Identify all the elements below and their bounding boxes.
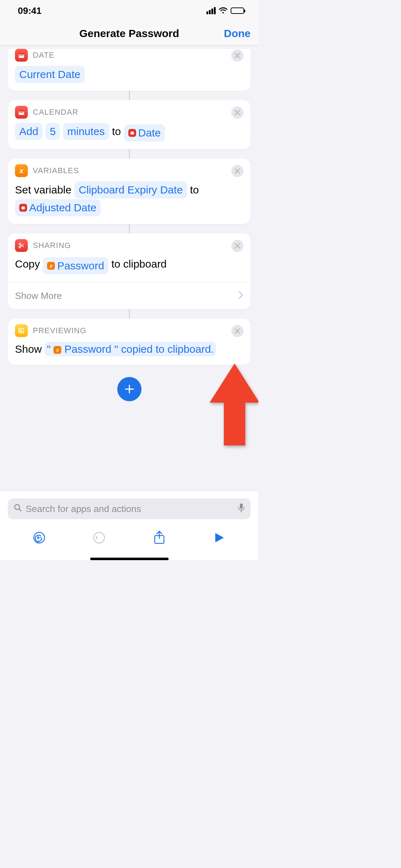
word-to-clipboard: to clipboard xyxy=(111,258,166,270)
search-icon xyxy=(14,503,22,515)
app-label: CALENDAR xyxy=(33,108,78,117)
quote-open: " xyxy=(47,343,51,355)
action-card-variables[interactable]: x VARIABLES Set variable Clipboard Expir… xyxy=(8,159,251,224)
word-show: Show xyxy=(15,343,42,355)
svg-rect-7 xyxy=(19,112,20,113)
svg-point-14 xyxy=(20,330,22,332)
variable-mini-icon: x xyxy=(47,262,55,270)
connector xyxy=(129,91,130,100)
dictation-icon[interactable] xyxy=(238,503,245,515)
svg-rect-6 xyxy=(19,110,24,112)
svg-rect-11 xyxy=(22,207,25,210)
search-placeholder: Search for apps and actions xyxy=(26,503,234,515)
svg-point-15 xyxy=(15,505,20,510)
action-card-date[interactable]: DATE Current Date xyxy=(8,49,251,91)
app-label: DATE xyxy=(33,51,55,60)
quicklook-icon xyxy=(15,324,28,337)
done-button[interactable]: Done xyxy=(224,27,251,40)
nav-bar: Generate Password Done xyxy=(0,21,258,46)
chevron-right-icon xyxy=(238,290,243,301)
status-time: 09:41 xyxy=(18,5,42,16)
calendar-icon xyxy=(15,49,28,62)
app-label: VARIABLES xyxy=(33,166,79,175)
connector xyxy=(129,149,130,159)
variable-name-pill[interactable]: Clipboard Expiry Date xyxy=(74,181,187,198)
text-param-pill[interactable]: " x Password " copied to clipboard. xyxy=(45,342,216,356)
svg-rect-10 xyxy=(130,132,134,135)
variable-mini-icon: x xyxy=(53,346,61,354)
action-body: Copy x Password to clipboard xyxy=(15,256,243,274)
search-input[interactable]: Search for apps and actions xyxy=(8,498,251,519)
connector xyxy=(129,309,130,319)
pill-label: Adjusted Date xyxy=(29,200,96,216)
run-button[interactable] xyxy=(212,531,226,545)
word-set-variable: Set variable xyxy=(15,184,71,196)
svg-rect-2 xyxy=(19,55,20,56)
battery-icon xyxy=(231,7,244,14)
svg-rect-16 xyxy=(240,503,243,509)
word-to: to xyxy=(190,184,199,196)
param-number[interactable]: 5 xyxy=(46,123,60,140)
share-button[interactable] xyxy=(152,531,166,545)
action-card-sharing[interactable]: SHARING Copy x Password to clipboard Sho… xyxy=(8,233,251,309)
actions-scroll[interactable]: DATE Current Date CALENDAR xyxy=(0,46,258,480)
rest-text: " copied to clipboard. xyxy=(114,343,214,355)
page-title: Generate Password xyxy=(79,27,179,40)
svg-rect-4 xyxy=(22,55,24,56)
svg-rect-3 xyxy=(21,55,22,56)
word-copy: Copy xyxy=(15,258,40,270)
variable-pill[interactable]: x Password xyxy=(43,257,108,274)
undo-button[interactable] xyxy=(32,531,46,545)
toolbar xyxy=(0,523,258,553)
action-card-calendar[interactable]: CALENDAR Add 5 minutes to Date xyxy=(8,100,251,149)
pill-label: Date xyxy=(138,125,161,141)
add-action-button[interactable] xyxy=(117,377,142,401)
action-body: Current Date xyxy=(15,66,243,83)
param-operation[interactable]: Add xyxy=(15,123,42,140)
calendar-mini-icon xyxy=(128,129,136,137)
app-label: PREVIEWING xyxy=(33,326,87,335)
variable-value-pill[interactable]: Adjusted Date xyxy=(15,199,101,216)
delete-action-button[interactable] xyxy=(231,325,243,337)
svg-rect-8 xyxy=(21,112,22,113)
svg-point-18 xyxy=(94,532,104,543)
show-more-label: Show More xyxy=(15,290,62,301)
svg-rect-1 xyxy=(19,53,24,55)
redo-button[interactable] xyxy=(92,531,106,545)
calendar-mini-icon xyxy=(19,204,27,212)
pill-label: Password xyxy=(57,258,104,274)
cellular-icon xyxy=(206,7,216,14)
connector xyxy=(129,224,130,233)
param-unit[interactable]: minutes xyxy=(63,123,109,140)
delete-action-button[interactable] xyxy=(231,107,243,119)
action-card-previewing[interactable]: PREVIEWING Show " x Password " copied to… xyxy=(8,319,251,365)
action-body: Add 5 minutes to Date xyxy=(15,123,243,141)
delete-action-button[interactable] xyxy=(231,165,243,177)
scissors-icon xyxy=(15,239,28,252)
action-body: Show " x Password " copied to clipboard. xyxy=(15,341,243,357)
bottom-panel: Search for apps and actions xyxy=(0,491,258,560)
word-to: to xyxy=(112,125,121,137)
variable-pill[interactable]: Current Date xyxy=(15,66,85,83)
delete-action-button[interactable] xyxy=(231,240,243,252)
inner-var: Password xyxy=(65,343,112,355)
variable-pill[interactable]: Date xyxy=(124,124,165,141)
status-right xyxy=(206,6,244,15)
delete-action-button[interactable] xyxy=(231,50,243,62)
wifi-icon xyxy=(219,6,228,15)
variable-icon: x xyxy=(15,164,28,177)
status-bar: 09:41 xyxy=(0,0,258,21)
app-label: SHARING xyxy=(33,241,71,250)
calendar-icon xyxy=(15,106,28,119)
show-more-row[interactable]: Show More xyxy=(8,282,251,309)
action-body: Set variable Clipboard Expiry Date to Ad… xyxy=(15,181,243,216)
home-indicator xyxy=(90,558,169,560)
svg-rect-9 xyxy=(22,112,24,113)
